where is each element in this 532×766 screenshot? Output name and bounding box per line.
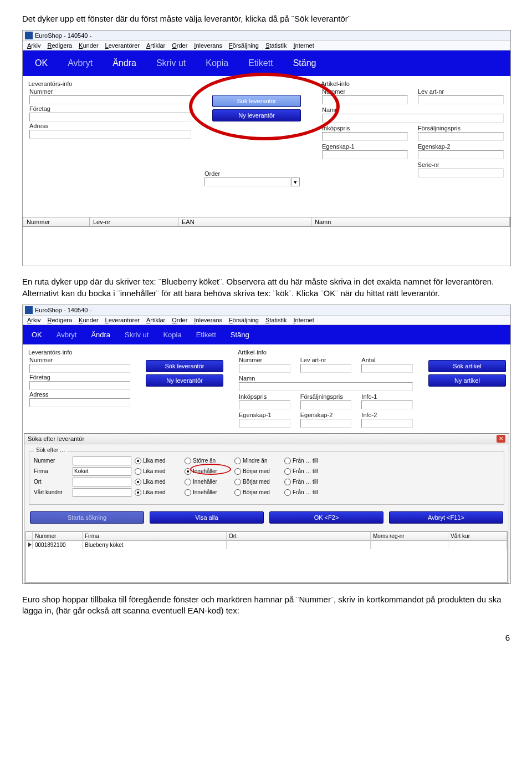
search-option[interactable]: Innehåller bbox=[185, 489, 229, 496]
menu2-internet[interactable]: Internet bbox=[293, 317, 314, 323]
menu-internet[interactable]: Internet bbox=[293, 42, 314, 49]
col-namn[interactable]: Namn bbox=[311, 217, 510, 226]
search-option[interactable]: Börjar med bbox=[234, 479, 279, 485]
radio-icon[interactable] bbox=[284, 489, 291, 496]
tb2-kopia[interactable]: Kopia bbox=[163, 331, 181, 339]
menu-order[interactable]: Order bbox=[172, 42, 187, 49]
radio-icon[interactable] bbox=[234, 468, 241, 475]
toolbar-kopia[interactable]: Kopia bbox=[206, 58, 228, 68]
radio-icon[interactable] bbox=[135, 489, 141, 496]
menu2-artiklar[interactable]: Artiklar bbox=[146, 317, 165, 323]
tb2-stang[interactable]: Stäng bbox=[231, 331, 249, 339]
menubar[interactable]: Arkiv Redigera Kunder Leverantörer Artik… bbox=[23, 41, 510, 50]
input-inkop[interactable] bbox=[322, 132, 408, 141]
search-option[interactable]: Lika med bbox=[135, 479, 179, 485]
order-dropdown-icon[interactable]: ▾ bbox=[291, 177, 300, 186]
search-option[interactable]: Lika med bbox=[135, 489, 179, 496]
menu-arkiv[interactable]: Arkiv bbox=[27, 42, 40, 49]
tb2-avbryt[interactable]: Avbryt bbox=[57, 331, 77, 339]
search-option[interactable]: Från … till bbox=[284, 458, 329, 464]
toolbar-ok[interactable]: OK bbox=[35, 58, 48, 68]
menu-leverantorer[interactable]: Leverantörer bbox=[105, 42, 140, 49]
rescol-nummer[interactable]: Nummer bbox=[33, 532, 83, 541]
search-option[interactable]: Börjar med bbox=[234, 489, 279, 496]
radio-icon[interactable] bbox=[135, 479, 141, 485]
btn2-ny-art[interactable]: Ny artikel bbox=[428, 374, 506, 387]
tb2-etikett[interactable]: Etikett bbox=[196, 331, 216, 339]
radio-icon[interactable] bbox=[234, 489, 241, 496]
i2-foretag[interactable] bbox=[29, 381, 130, 390]
rescol-ort[interactable]: Ort bbox=[227, 532, 371, 541]
menu2-redigera[interactable]: Redigera bbox=[47, 317, 72, 323]
toolbar-etikett[interactable]: Etikett bbox=[248, 58, 273, 68]
radio-icon[interactable] bbox=[234, 479, 241, 485]
tb2-andra[interactable]: Ändra bbox=[91, 331, 110, 339]
input-eg2[interactable] bbox=[418, 150, 504, 159]
input-art-nummer[interactable] bbox=[322, 95, 408, 104]
menu-statistik[interactable]: Statistik bbox=[265, 42, 287, 49]
menu-inleverans[interactable]: Inleverans bbox=[194, 42, 222, 49]
btn2-ny-lev[interactable]: Ny leverantör bbox=[146, 374, 223, 387]
input-eg1[interactable] bbox=[322, 150, 408, 159]
radio-icon[interactable] bbox=[185, 468, 191, 475]
dialog-close-icon[interactable]: ✕ bbox=[497, 435, 505, 443]
i2-levart[interactable] bbox=[300, 364, 352, 373]
radio-icon[interactable] bbox=[185, 479, 191, 485]
col-levnr[interactable]: Lev-nr bbox=[90, 217, 178, 226]
menu2-statistik[interactable]: Statistik bbox=[265, 317, 287, 323]
i2-forsalj[interactable] bbox=[300, 400, 352, 409]
menu2-arkiv[interactable]: Arkiv bbox=[27, 317, 40, 323]
radio-icon[interactable] bbox=[284, 458, 291, 464]
menu-forsaljning[interactable]: Försäljning bbox=[229, 42, 259, 49]
tb2-skrivut[interactable]: Skriv ut bbox=[125, 331, 149, 339]
search-input[interactable] bbox=[73, 456, 131, 465]
radio-icon[interactable] bbox=[234, 458, 241, 464]
toolbar-andra[interactable]: Ändra bbox=[112, 58, 136, 68]
rescol-firma[interactable]: Firma bbox=[83, 532, 227, 541]
i2-info1[interactable] bbox=[361, 400, 413, 409]
menu2-forsaljning[interactable]: Försäljning bbox=[229, 317, 259, 323]
tb2-ok[interactable]: OK bbox=[32, 331, 42, 339]
i2-inkop[interactable] bbox=[239, 400, 290, 409]
rescol-vart[interactable]: Vårt kur bbox=[448, 532, 507, 541]
radio-icon[interactable] bbox=[185, 458, 191, 464]
radio-icon[interactable] bbox=[185, 489, 191, 496]
dlg-btn-showall[interactable]: Visa alla bbox=[150, 511, 264, 524]
menu-redigera[interactable]: Redigera bbox=[47, 42, 72, 49]
toolbar-avbryt[interactable]: Avbryt bbox=[68, 58, 93, 68]
ny-leverantor-button[interactable]: Ny leverantör bbox=[212, 109, 301, 121]
btn2-sok-art[interactable]: Sök artikel bbox=[428, 360, 506, 372]
input-adress[interactable] bbox=[29, 130, 191, 139]
input-foretag[interactable] bbox=[29, 113, 191, 121]
i2-namn[interactable] bbox=[239, 382, 413, 391]
i2-nummer[interactable] bbox=[29, 364, 130, 373]
i2-eg2[interactable] bbox=[300, 419, 352, 428]
search-option[interactable]: Innehåller bbox=[185, 468, 229, 475]
i2-adress[interactable] bbox=[29, 398, 130, 407]
search-input[interactable] bbox=[73, 488, 131, 497]
radio-icon[interactable] bbox=[284, 479, 291, 485]
search-option[interactable]: Från … till bbox=[284, 468, 329, 475]
i2-art-nummer[interactable] bbox=[239, 364, 290, 373]
search-option[interactable]: Innehåller bbox=[185, 479, 229, 485]
search-input[interactable]: Köket bbox=[73, 467, 131, 476]
sok-leverantor-button[interactable]: Sök leverantör bbox=[212, 95, 301, 107]
input-serie[interactable] bbox=[418, 169, 504, 177]
col-ean[interactable]: EAN bbox=[178, 217, 311, 226]
radio-icon[interactable] bbox=[284, 468, 291, 475]
radio-icon[interactable] bbox=[135, 468, 141, 475]
menubar-2[interactable]: Arkiv Redigera Kunder Leverantörer Artik… bbox=[23, 316, 510, 325]
rescol-moms[interactable]: Moms reg-nr bbox=[371, 532, 448, 541]
search-input[interactable] bbox=[73, 478, 131, 486]
menu2-inleverans[interactable]: Inleverans bbox=[194, 317, 222, 323]
menu2-leverantorer[interactable]: Leverantörer bbox=[105, 317, 140, 323]
dlg-btn-ok[interactable]: OK <F2> bbox=[269, 511, 383, 524]
search-option[interactable]: Börjar med bbox=[234, 468, 279, 475]
toolbar-stang[interactable]: Stäng bbox=[293, 58, 316, 68]
btn2-sok-lev[interactable]: Sök leverantör bbox=[146, 360, 223, 372]
menu-artiklar[interactable]: Artiklar bbox=[146, 42, 165, 49]
dlg-btn-cancel[interactable]: Avbryt <F11> bbox=[389, 511, 503, 524]
search-option[interactable]: Mindre än bbox=[234, 458, 279, 464]
input-forsalj[interactable] bbox=[418, 132, 504, 141]
radio-icon[interactable] bbox=[135, 458, 141, 464]
